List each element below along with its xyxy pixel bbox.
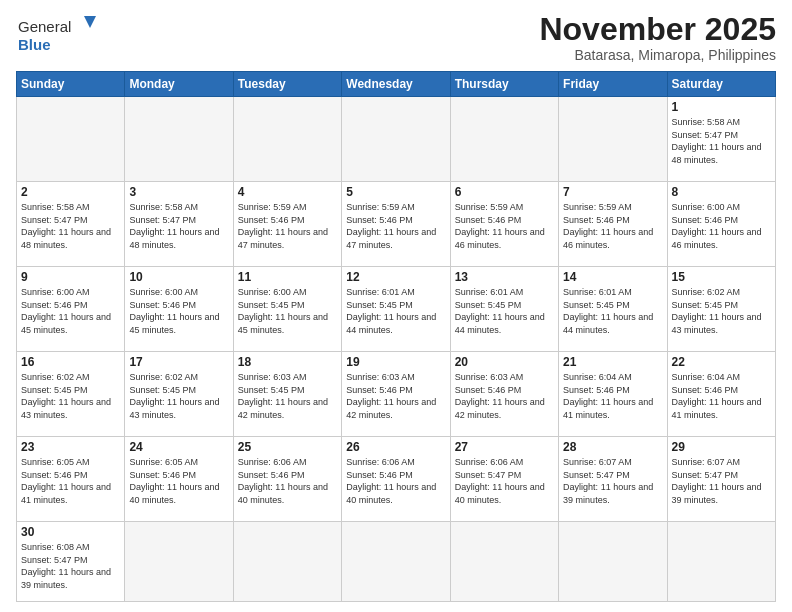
day-number: 11 — [238, 270, 337, 284]
svg-marker-2 — [84, 16, 96, 28]
calendar-cell: 3 Sunrise: 5:58 AMSunset: 5:47 PMDayligh… — [125, 182, 233, 267]
day-number: 9 — [21, 270, 120, 284]
day-number: 20 — [455, 355, 554, 369]
day-number: 15 — [672, 270, 771, 284]
logo: General Blue — [16, 12, 96, 57]
header-monday: Monday — [125, 72, 233, 97]
calendar-cell: 19 Sunrise: 6:03 AMSunset: 5:46 PMDaylig… — [342, 352, 450, 437]
calendar-cell: 8 Sunrise: 6:00 AMSunset: 5:46 PMDayligh… — [667, 182, 775, 267]
calendar-cell: 12 Sunrise: 6:01 AMSunset: 5:45 PMDaylig… — [342, 267, 450, 352]
page: General Blue November 2025 Batarasa, Mim… — [0, 0, 792, 612]
day-number: 22 — [672, 355, 771, 369]
day-number: 12 — [346, 270, 445, 284]
calendar-cell: 27 Sunrise: 6:06 AMSunset: 5:47 PMDaylig… — [450, 437, 558, 522]
day-number: 23 — [21, 440, 120, 454]
day-number: 16 — [21, 355, 120, 369]
day-info: Sunrise: 5:59 AMSunset: 5:46 PMDaylight:… — [455, 201, 554, 251]
day-number: 1 — [672, 100, 771, 114]
day-number: 8 — [672, 185, 771, 199]
day-info: Sunrise: 6:04 AMSunset: 5:46 PMDaylight:… — [672, 371, 771, 421]
calendar-cell — [450, 522, 558, 602]
day-info: Sunrise: 6:00 AMSunset: 5:46 PMDaylight:… — [21, 286, 120, 336]
day-number: 24 — [129, 440, 228, 454]
day-number: 7 — [563, 185, 662, 199]
day-info: Sunrise: 6:07 AMSunset: 5:47 PMDaylight:… — [672, 456, 771, 506]
day-number: 21 — [563, 355, 662, 369]
calendar-cell: 30 Sunrise: 6:08 AMSunset: 5:47 PMDaylig… — [17, 522, 125, 602]
calendar-cell: 11 Sunrise: 6:00 AMSunset: 5:45 PMDaylig… — [233, 267, 341, 352]
calendar-cell — [125, 522, 233, 602]
day-info: Sunrise: 6:05 AMSunset: 5:46 PMDaylight:… — [129, 456, 228, 506]
calendar-cell: 7 Sunrise: 5:59 AMSunset: 5:46 PMDayligh… — [559, 182, 667, 267]
svg-text:General: General — [18, 18, 71, 35]
day-info: Sunrise: 6:00 AMSunset: 5:45 PMDaylight:… — [238, 286, 337, 336]
day-number: 25 — [238, 440, 337, 454]
day-info: Sunrise: 6:06 AMSunset: 5:46 PMDaylight:… — [238, 456, 337, 506]
header-friday: Friday — [559, 72, 667, 97]
calendar-cell — [17, 97, 125, 182]
day-info: Sunrise: 5:58 AMSunset: 5:47 PMDaylight:… — [672, 116, 771, 166]
day-info: Sunrise: 6:01 AMSunset: 5:45 PMDaylight:… — [563, 286, 662, 336]
calendar-cell: 1 Sunrise: 5:58 AMSunset: 5:47 PMDayligh… — [667, 97, 775, 182]
day-number: 10 — [129, 270, 228, 284]
calendar-cell: 14 Sunrise: 6:01 AMSunset: 5:45 PMDaylig… — [559, 267, 667, 352]
day-info: Sunrise: 6:06 AMSunset: 5:46 PMDaylight:… — [346, 456, 445, 506]
calendar-cell — [559, 522, 667, 602]
calendar-cell: 24 Sunrise: 6:05 AMSunset: 5:46 PMDaylig… — [125, 437, 233, 522]
calendar-cell: 17 Sunrise: 6:02 AMSunset: 5:45 PMDaylig… — [125, 352, 233, 437]
calendar-cell — [342, 522, 450, 602]
day-info: Sunrise: 6:02 AMSunset: 5:45 PMDaylight:… — [672, 286, 771, 336]
day-info: Sunrise: 6:02 AMSunset: 5:45 PMDaylight:… — [21, 371, 120, 421]
calendar-cell: 9 Sunrise: 6:00 AMSunset: 5:46 PMDayligh… — [17, 267, 125, 352]
day-number: 13 — [455, 270, 554, 284]
day-number: 29 — [672, 440, 771, 454]
day-number: 14 — [563, 270, 662, 284]
day-info: Sunrise: 6:03 AMSunset: 5:46 PMDaylight:… — [346, 371, 445, 421]
calendar-cell: 21 Sunrise: 6:04 AMSunset: 5:46 PMDaylig… — [559, 352, 667, 437]
header-saturday: Saturday — [667, 72, 775, 97]
day-number: 30 — [21, 525, 120, 539]
calendar-cell: 25 Sunrise: 6:06 AMSunset: 5:46 PMDaylig… — [233, 437, 341, 522]
day-number: 5 — [346, 185, 445, 199]
calendar-cell — [233, 522, 341, 602]
calendar-cell: 20 Sunrise: 6:03 AMSunset: 5:46 PMDaylig… — [450, 352, 558, 437]
month-title: November 2025 — [539, 12, 776, 47]
header-wednesday: Wednesday — [342, 72, 450, 97]
calendar-cell: 18 Sunrise: 6:03 AMSunset: 5:45 PMDaylig… — [233, 352, 341, 437]
day-info: Sunrise: 6:00 AMSunset: 5:46 PMDaylight:… — [129, 286, 228, 336]
calendar-cell: 16 Sunrise: 6:02 AMSunset: 5:45 PMDaylig… — [17, 352, 125, 437]
day-info: Sunrise: 6:00 AMSunset: 5:46 PMDaylight:… — [672, 201, 771, 251]
day-number: 27 — [455, 440, 554, 454]
day-info: Sunrise: 6:04 AMSunset: 5:46 PMDaylight:… — [563, 371, 662, 421]
day-info: Sunrise: 6:01 AMSunset: 5:45 PMDaylight:… — [455, 286, 554, 336]
header-sunday: Sunday — [17, 72, 125, 97]
calendar-cell: 13 Sunrise: 6:01 AMSunset: 5:45 PMDaylig… — [450, 267, 558, 352]
calendar-cell: 6 Sunrise: 5:59 AMSunset: 5:46 PMDayligh… — [450, 182, 558, 267]
location-subtitle: Batarasa, Mimaropa, Philippines — [539, 47, 776, 63]
calendar-cell: 23 Sunrise: 6:05 AMSunset: 5:46 PMDaylig… — [17, 437, 125, 522]
day-info: Sunrise: 6:07 AMSunset: 5:47 PMDaylight:… — [563, 456, 662, 506]
day-info: Sunrise: 6:08 AMSunset: 5:47 PMDaylight:… — [21, 541, 120, 591]
day-info: Sunrise: 6:05 AMSunset: 5:46 PMDaylight:… — [21, 456, 120, 506]
day-number: 4 — [238, 185, 337, 199]
day-info: Sunrise: 5:59 AMSunset: 5:46 PMDaylight:… — [346, 201, 445, 251]
day-info: Sunrise: 6:03 AMSunset: 5:45 PMDaylight:… — [238, 371, 337, 421]
calendar-cell: 26 Sunrise: 6:06 AMSunset: 5:46 PMDaylig… — [342, 437, 450, 522]
title-block: November 2025 Batarasa, Mimaropa, Philip… — [539, 12, 776, 63]
calendar-cell — [450, 97, 558, 182]
day-info: Sunrise: 5:59 AMSunset: 5:46 PMDaylight:… — [238, 201, 337, 251]
day-number: 6 — [455, 185, 554, 199]
calendar-cell — [125, 97, 233, 182]
calendar-cell — [667, 522, 775, 602]
day-info: Sunrise: 5:58 AMSunset: 5:47 PMDaylight:… — [129, 201, 228, 251]
day-number: 18 — [238, 355, 337, 369]
day-number: 3 — [129, 185, 228, 199]
calendar-cell: 10 Sunrise: 6:00 AMSunset: 5:46 PMDaylig… — [125, 267, 233, 352]
calendar-cell: 5 Sunrise: 5:59 AMSunset: 5:46 PMDayligh… — [342, 182, 450, 267]
calendar-cell — [233, 97, 341, 182]
day-info: Sunrise: 6:03 AMSunset: 5:46 PMDaylight:… — [455, 371, 554, 421]
header: General Blue November 2025 Batarasa, Mim… — [16, 12, 776, 63]
day-number: 19 — [346, 355, 445, 369]
calendar-cell: 4 Sunrise: 5:59 AMSunset: 5:46 PMDayligh… — [233, 182, 341, 267]
weekday-header-row: Sunday Monday Tuesday Wednesday Thursday… — [17, 72, 776, 97]
